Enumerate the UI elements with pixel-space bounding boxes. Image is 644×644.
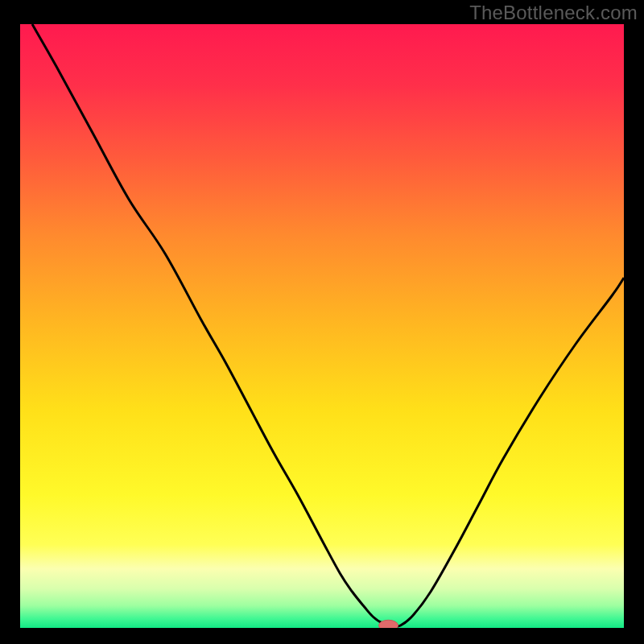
optimal-marker [379,620,398,628]
chart-frame: TheBottleneck.com [0,0,644,644]
bottleneck-chart [20,24,624,628]
watermark-text: TheBottleneck.com [469,2,638,24]
plot-background [20,24,624,628]
